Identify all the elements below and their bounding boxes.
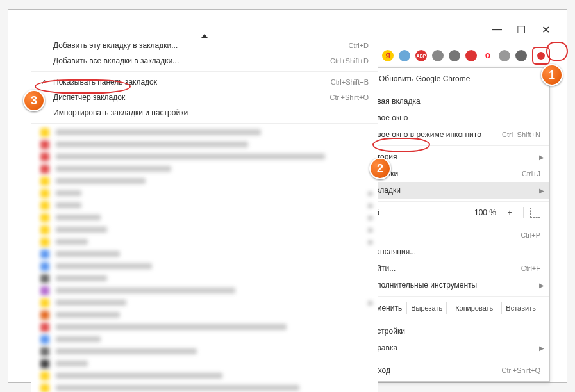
menu-item-label: Закладки bbox=[367, 186, 540, 195]
zoom-value: 100 % bbox=[474, 208, 496, 217]
abp-icon[interactable]: ABP bbox=[415, 50, 427, 61]
menu-cast[interactable]: Трансляция... bbox=[358, 243, 549, 260]
ext-icon-2[interactable] bbox=[449, 50, 460, 61]
bookmark-item[interactable] bbox=[31, 163, 378, 175]
ext-icon-4[interactable] bbox=[499, 50, 510, 61]
menu-item-label: Найти... bbox=[367, 264, 521, 273]
menu-item-label: Новое окно bbox=[367, 113, 540, 122]
fullscreen-icon[interactable] bbox=[530, 208, 540, 218]
cut-button[interactable]: Вырезать bbox=[406, 302, 447, 314]
zoom-in-button[interactable]: + bbox=[503, 208, 517, 217]
bookmark-title bbox=[56, 251, 120, 257]
bookmark-title bbox=[56, 300, 126, 306]
bookmark-item[interactable]: ▶ bbox=[31, 297, 378, 309]
favicon-icon bbox=[40, 262, 49, 271]
chevron-right-icon: ▶ bbox=[369, 226, 374, 233]
bookmark-item[interactable]: ▶ bbox=[31, 199, 378, 211]
bookmark-item[interactable] bbox=[31, 333, 378, 345]
bookmark-item[interactable]: ▶ bbox=[31, 211, 378, 224]
menu-find[interactable]: Найти...Ctrl+F bbox=[358, 260, 549, 277]
bookmark-title bbox=[56, 129, 261, 135]
yandex-icon[interactable]: Я bbox=[382, 50, 394, 61]
chevron-right-icon: ▶ bbox=[369, 238, 374, 245]
favicon-icon bbox=[40, 189, 49, 198]
submenu-bookmark-manager[interactable]: Диспетчер закладокCtrl+Shift+O bbox=[31, 90, 378, 105]
zoom-out-button[interactable]: – bbox=[454, 208, 468, 217]
submenu-import-bookmarks[interactable]: Импортировать закладки и настройки bbox=[31, 105, 378, 120]
menu-print[interactable]: ...Ctrl+P bbox=[358, 227, 549, 243]
bookmark-item[interactable] bbox=[31, 321, 378, 333]
menu-dot-icon bbox=[537, 52, 545, 60]
bookmark-item[interactable] bbox=[31, 370, 378, 382]
menu-bookmarks[interactable]: Закладки▶ bbox=[358, 182, 549, 199]
bookmark-item[interactable] bbox=[31, 345, 378, 357]
favicon-icon bbox=[40, 225, 49, 234]
bookmark-item[interactable] bbox=[31, 272, 378, 284]
menu-item-label: Новая вкладка bbox=[367, 97, 540, 106]
favicon-icon bbox=[40, 286, 49, 295]
bookmark-item[interactable] bbox=[31, 284, 378, 297]
submenu-add-all-tabs[interactable]: Добавить все вкладки в закладки...Ctrl+S… bbox=[31, 53, 378, 69]
bookmark-item[interactable] bbox=[31, 126, 378, 138]
bookmark-item[interactable]: ▶ bbox=[31, 236, 378, 248]
shortcut: Ctrl+Shift+Q bbox=[501, 366, 540, 374]
favicon-icon bbox=[40, 213, 49, 222]
bookmark-item[interactable] bbox=[31, 309, 378, 321]
ext-icon-3[interactable] bbox=[465, 50, 477, 61]
bookmark-list: ▶▶▶▶▶▶ bbox=[31, 124, 378, 392]
bookmark-item[interactable] bbox=[31, 151, 378, 163]
favicon-icon bbox=[40, 359, 49, 368]
minimize-button[interactable]: — bbox=[492, 25, 501, 34]
chevron-right-icon: ▶ bbox=[539, 187, 544, 194]
maximize-button[interactable]: ☐ bbox=[517, 25, 526, 34]
menu-downloads[interactable]: ЗагрузкиCtrl+J bbox=[358, 165, 549, 182]
chrome-menu-button[interactable] bbox=[532, 47, 550, 65]
menu-item-label: Диспетчер закладок bbox=[53, 93, 329, 102]
menu-incognito[interactable]: Новое окно в режиме инкогнитоCtrl+Shift+… bbox=[358, 126, 549, 143]
submenu-add-this-tab[interactable]: Добавить эту вкладку в закладки...Ctrl+D bbox=[31, 38, 378, 53]
favicon-icon bbox=[40, 165, 49, 174]
bookmark-title bbox=[56, 227, 107, 233]
opera-icon[interactable]: O bbox=[482, 50, 494, 61]
bookmark-title bbox=[56, 239, 88, 245]
bookmark-item[interactable] bbox=[31, 138, 378, 151]
chevron-right-icon: ▶ bbox=[539, 282, 544, 289]
check-icon: ✓ bbox=[40, 78, 49, 86]
close-button[interactable]: ✕ bbox=[541, 25, 550, 34]
favicon-icon bbox=[40, 201, 49, 210]
menu-item-label: Настройки bbox=[367, 327, 540, 336]
paste-button[interactable]: Вставить bbox=[501, 302, 540, 314]
copy-button[interactable]: Копировать bbox=[451, 302, 497, 314]
favicon-icon bbox=[40, 177, 49, 186]
bookmark-item[interactable] bbox=[31, 260, 378, 272]
menu-help[interactable]: Справка▶ bbox=[358, 339, 549, 356]
favicon-icon bbox=[40, 384, 49, 393]
bookmark-title bbox=[56, 190, 81, 196]
menu-history[interactable]: История▶ bbox=[358, 149, 549, 165]
menu-update-chrome[interactable]: Обновить Google Chrome bbox=[358, 70, 549, 87]
menu-exit[interactable]: ВыходCtrl+Shift+Q bbox=[358, 362, 549, 379]
ext-icon-5[interactable] bbox=[515, 50, 527, 61]
ext-icon-1[interactable] bbox=[432, 50, 444, 61]
menu-new-window[interactable]: Новое окно bbox=[358, 110, 549, 126]
bookmark-title bbox=[56, 166, 171, 172]
chevron-right-icon: ▶ bbox=[539, 154, 544, 161]
menu-edit-row: Изменить Вырезать Копировать Вставить bbox=[358, 299, 549, 317]
bookmark-item[interactable] bbox=[31, 175, 378, 187]
ghostery-icon[interactable] bbox=[399, 50, 410, 61]
bookmark-title bbox=[56, 202, 81, 208]
bookmark-item[interactable] bbox=[31, 248, 378, 260]
bookmark-title bbox=[56, 312, 120, 318]
submenu-show-bookmarks-bar[interactable]: ✓Показывать панель закладокCtrl+Shift+B bbox=[31, 74, 378, 90]
menu-more-tools[interactable]: Дополнительные инструменты▶ bbox=[358, 277, 549, 293]
bookmark-item[interactable] bbox=[31, 382, 378, 392]
bookmark-item[interactable]: ▶ bbox=[31, 224, 378, 236]
divider bbox=[523, 207, 524, 218]
bookmark-title bbox=[56, 348, 197, 354]
window-controls: — ☐ ✕ bbox=[492, 25, 550, 34]
bookmark-item[interactable] bbox=[31, 357, 378, 370]
favicon-icon bbox=[40, 347, 49, 356]
menu-new-tab[interactable]: Новая вкладка bbox=[358, 93, 549, 110]
menu-settings[interactable]: Настройки bbox=[358, 323, 549, 339]
bookmark-item[interactable]: ▶ bbox=[31, 187, 378, 199]
